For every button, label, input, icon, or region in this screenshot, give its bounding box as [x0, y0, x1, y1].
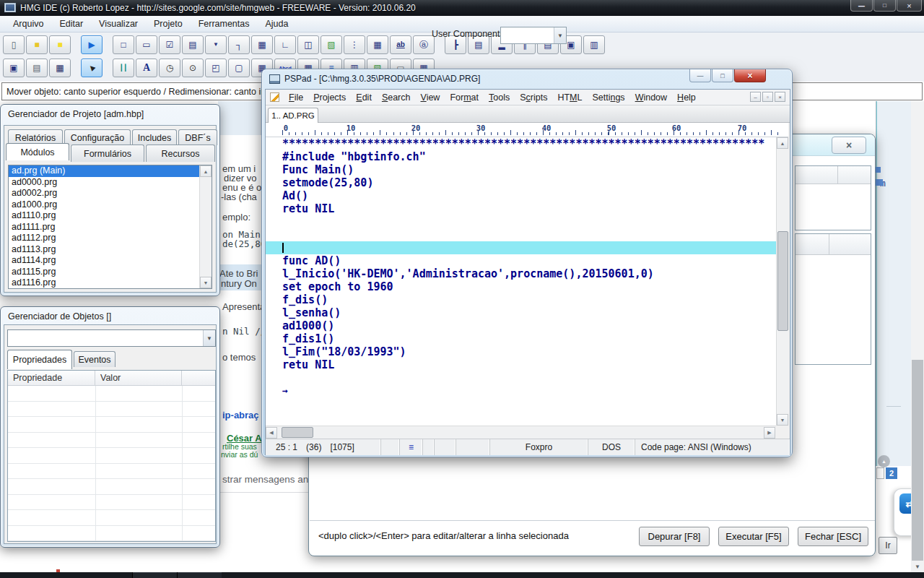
minimize-button[interactable]: –: [850, 0, 873, 12]
run-button[interactable]: ▶: [81, 35, 103, 54]
document-tab[interactable]: 1.. AD.PRG: [268, 108, 318, 123]
line-ending[interactable]: DOS: [588, 439, 635, 455]
library-button[interactable]: ┃┃: [113, 59, 134, 77]
scroll-up-icon[interactable]: ▲: [777, 137, 788, 149]
frame-button[interactable]: ◰: [205, 59, 227, 77]
taskbar[interactable]: [0, 572, 924, 578]
browser-scrollbar[interactable]: ▼: [911, 101, 924, 578]
tab-recursos[interactable]: Recursos: [146, 144, 215, 162]
mdi-close-icon[interactable]: ×: [775, 92, 785, 102]
object-selector-combo[interactable]: ▼: [7, 329, 216, 347]
menu-item[interactable]: Editar: [52, 17, 90, 30]
column-valor[interactable]: Valor: [95, 371, 182, 385]
menu-item[interactable]: Settings: [587, 91, 629, 104]
menu-item[interactable]: Search: [377, 91, 416, 104]
form-button[interactable]: □: [113, 35, 134, 54]
taskbar-button[interactable]: [132, 572, 177, 578]
execute-button[interactable]: Executar [F5]: [718, 527, 789, 546]
pagination-box[interactable]: [876, 467, 884, 479]
taskbar-button[interactable]: [177, 572, 222, 578]
radiogroup-button[interactable]: ⋮: [344, 35, 365, 54]
new-file-button[interactable]: ▯: [3, 35, 25, 54]
list-item[interactable]: ad1115.prg: [9, 267, 199, 278]
browse-button[interactable]: ▦: [367, 35, 388, 54]
list-item[interactable]: ad1110.prg: [9, 210, 199, 222]
grid-button[interactable]: ▦: [251, 35, 273, 54]
new-project-button[interactable]: ■: [49, 35, 71, 54]
menu-item[interactable]: Visualizar: [92, 17, 145, 30]
pagination-badge[interactable]: 2: [886, 467, 897, 479]
project-tab[interactable]: DBF´s: [178, 129, 217, 145]
list-item[interactable]: ad1113.prg: [9, 244, 199, 256]
scroll-down-icon[interactable]: ▼: [200, 277, 212, 288]
editbox-button[interactable]: ▤: [182, 35, 204, 54]
go-button[interactable]: Ir: [879, 537, 897, 554]
minimize-button[interactable]: —: [689, 69, 711, 82]
list-item[interactable]: ad1116.prg: [9, 277, 199, 289]
report-button[interactable]: ▤: [26, 59, 48, 77]
separator-button[interactable]: ┐: [228, 35, 250, 54]
scroll-down-icon[interactable]: ▼: [911, 561, 924, 572]
open-project-button[interactable]: ■: [26, 35, 48, 54]
scroll-down-icon[interactable]: ▼: [777, 414, 788, 426]
menu-item[interactable]: File: [284, 91, 308, 104]
tab-propriedades[interactable]: Propriedades: [7, 350, 72, 369]
spinner-button[interactable]: ◫: [297, 35, 319, 54]
list-item[interactable]: ad1000.prg: [9, 199, 199, 211]
editor-vscrollbar[interactable]: ▲ ▼: [776, 137, 788, 426]
menu-item[interactable]: Tools: [484, 91, 515, 104]
radiobutton-button[interactable]: ⊙: [182, 59, 204, 77]
menu-item[interactable]: Projeto: [147, 17, 190, 30]
debug-button[interactable]: Depurar [F8]: [639, 527, 710, 546]
vscrollbar-thumb[interactable]: [777, 231, 788, 331]
browser-scrollbar-thumb[interactable]: [912, 360, 923, 561]
checkbox-button[interactable]: ☑: [159, 35, 180, 54]
tab-eventos[interactable]: Eventos: [74, 351, 116, 367]
menu-item[interactable]: Arquivo: [6, 17, 51, 30]
module-list[interactable]: ad.prg (Main)ad0000.prgad0002.prgad1000.…: [8, 165, 212, 289]
list-item[interactable]: ad0000.prg: [9, 177, 199, 189]
list-item[interactable]: ad1114.prg: [9, 255, 199, 267]
panel-button[interactable]: ▭: [136, 35, 157, 54]
tab-formularios[interactable]: Formulários: [71, 144, 144, 162]
menu-item[interactable]: Ferramentas: [191, 17, 257, 30]
hscrollbar-thumb[interactable]: [282, 427, 313, 438]
codepage[interactable]: Code page: ANSI (Windows): [635, 439, 790, 455]
list-item[interactable]: ad.prg (Main): [9, 165, 199, 177]
tabcontrol-button[interactable]: ▢: [228, 59, 250, 77]
list-item[interactable]: ad1111.prg: [9, 222, 199, 233]
dbgrid-button[interactable]: ▦: [49, 59, 71, 77]
menu-item[interactable]: Scripts: [515, 91, 552, 104]
project-tab[interactable]: Includes: [132, 129, 177, 145]
list-item[interactable]: ad1112.prg: [9, 233, 199, 244]
chevron-down-icon[interactable]: ▼: [554, 27, 566, 43]
mdi-minimize-icon[interactable]: –: [750, 92, 761, 102]
label-button[interactable]: ∟: [274, 35, 296, 54]
menu-item[interactable]: Ajuda: [258, 17, 295, 30]
properties-table[interactable]: Propriedade Valor: [7, 370, 216, 542]
close-dialog-button[interactable]: Fechar [ESC]: [798, 527, 868, 546]
textbox-button[interactable]: ab: [390, 35, 411, 54]
editor-hscrollbar[interactable]: ◀ ▶: [266, 426, 776, 439]
maximize-button[interactable]: □: [712, 69, 733, 82]
menu-item[interactable]: Format: [445, 91, 484, 104]
menu-item[interactable]: Edit: [351, 91, 377, 104]
back-to-top-icon[interactable]: ▲: [878, 455, 890, 467]
syntax-mode[interactable]: Foxpro: [490, 439, 588, 455]
user-components-combo[interactable]: ▼: [500, 27, 567, 44]
scroll-right-icon[interactable]: ▶: [764, 427, 775, 439]
columns-button[interactable]: ▥: [583, 35, 605, 54]
font-button[interactable]: A: [136, 59, 157, 77]
dialog-close-button[interactable]: ×: [832, 137, 866, 154]
mdi-restore-icon[interactable]: ▫: [762, 92, 773, 102]
close-button[interactable]: ×: [897, 0, 922, 12]
page-link[interactable]: ip-abraç: [222, 410, 259, 420]
tab-modulos[interactable]: Módulos: [6, 143, 69, 160]
window-button[interactable]: ▣: [3, 59, 25, 77]
image-button[interactable]: ▧: [321, 35, 342, 54]
project-tab[interactable]: Configuração: [64, 129, 131, 145]
menu-item[interactable]: Help: [672, 91, 701, 104]
timer-button[interactable]: ◷: [159, 59, 180, 77]
wrap-icon[interactable]: ≡: [400, 439, 423, 455]
menu-item[interactable]: HTML: [552, 91, 587, 104]
